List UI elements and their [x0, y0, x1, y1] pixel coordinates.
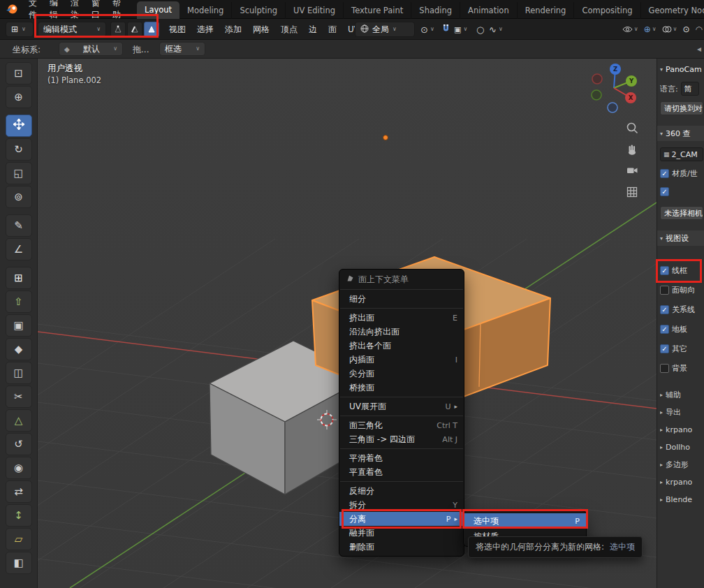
- tool-smooth[interactable]: ◉: [6, 457, 32, 479]
- pivot-point-dropdown[interactable]: ⊙ ∨: [420, 22, 434, 37]
- context-item-poke-faces[interactable]: 尖分面: [339, 367, 464, 381]
- check-wireframe[interactable]: ✓ 线框: [660, 263, 704, 278]
- tool-annotate[interactable]: ✎: [6, 214, 32, 237]
- context-item-inset-faces[interactable]: 内插面 I: [339, 353, 464, 367]
- transform-orientation-dropdown[interactable]: 全局 ∨: [355, 22, 415, 37]
- proportional-falloff-dropdown[interactable]: ∿ ∨: [489, 22, 503, 37]
- proportional-editing-toggle[interactable]: ○: [476, 22, 484, 37]
- snap-toggle[interactable]: [441, 22, 450, 37]
- section-krpano-1[interactable]: ▸ krpano: [660, 422, 704, 437]
- checkbox-material-world[interactable]: ✓: [660, 169, 669, 178]
- tool-edge-slide[interactable]: ⇄: [6, 480, 32, 503]
- context-item-triangulate[interactable]: 面三角化 Ctrl T: [339, 418, 464, 432]
- tool-inset-faces[interactable]: ▣: [6, 314, 32, 337]
- tab-shading[interactable]: Shading: [411, 2, 460, 19]
- visibility-dropdown[interactable]: ∨: [622, 23, 638, 36]
- check-face-orientation[interactable]: 面朝向: [660, 282, 704, 297]
- tool-poly-build[interactable]: △: [6, 409, 32, 432]
- menu-add[interactable]: 添加: [219, 19, 247, 40]
- orthographic-toggle-button[interactable]: [623, 183, 641, 201]
- check-floor[interactable]: ✓ 地板: [660, 321, 704, 337]
- tool-extrude-region[interactable]: ⇧: [6, 291, 32, 313]
- context-item-extrude-individual[interactable]: 挤出各个面: [339, 339, 464, 353]
- tab-modeling[interactable]: Modeling: [179, 2, 232, 19]
- panel-header-panocam[interactable]: ▾ PanoCam: [660, 61, 704, 77]
- context-item-extrude-faces[interactable]: 挤出面 E: [339, 311, 464, 325]
- context-item-subdivide[interactable]: 细分: [339, 292, 464, 306]
- unlabeled-check[interactable]: ✓: [660, 184, 704, 199]
- context-item-shade-smooth[interactable]: 平滑着色: [339, 451, 464, 465]
- context-item-shade-flat[interactable]: 平直着色: [339, 465, 464, 479]
- tool-shrink-fatten[interactable]: ↕: [6, 504, 32, 527]
- camera-dropdown[interactable]: ▦ 2_CAM: [660, 147, 703, 161]
- context-item-delete-faces[interactable]: 删除面: [339, 540, 464, 554]
- menu-face[interactable]: 面: [323, 19, 342, 40]
- section-export[interactable]: ▸ 导出: [660, 404, 704, 420]
- shading-material-button[interactable]: ◠: [696, 24, 703, 34]
- language-dropdown[interactable]: 简: [681, 82, 699, 96]
- tool-knife[interactable]: ✂: [6, 385, 32, 408]
- context-item-bridge-faces[interactable]: 桥接面: [339, 381, 464, 395]
- tool-rip-region[interactable]: ◧: [6, 552, 32, 574]
- menu-render[interactable]: 渲染: [64, 0, 85, 19]
- material-world-check[interactable]: ✓ 材质/世: [660, 166, 704, 181]
- section-view-settings[interactable]: ▾ 视图设: [657, 230, 704, 246]
- tab-texture-paint[interactable]: Texture Paint: [344, 2, 411, 19]
- tab-compositing[interactable]: Compositing: [574, 2, 640, 19]
- context-item-uv-unwrap[interactable]: UV展开面 U ▸: [339, 399, 464, 413]
- tab-uv-editing[interactable]: UV Editing: [286, 2, 344, 19]
- context-item-extrude-along-normals[interactable]: 沿法向挤出面: [339, 325, 464, 339]
- preset-dropdown[interactable]: ◆ 默认 ∨: [59, 42, 123, 56]
- menu-select[interactable]: 选择: [191, 19, 219, 40]
- no-camera-button[interactable]: 未选择相机: [660, 206, 703, 220]
- checkbox-unlabeled[interactable]: ✓: [660, 187, 669, 196]
- menu-view[interactable]: 视图: [163, 19, 191, 40]
- menu-edit[interactable]: 编辑: [43, 0, 64, 19]
- tab-geometry-nodes[interactable]: Geometry Nodes: [641, 2, 704, 19]
- tab-animation[interactable]: Animation: [460, 2, 518, 19]
- menu-mesh[interactable]: 网格: [247, 19, 275, 40]
- mode-dropdown[interactable]: 编辑模式 ∨: [38, 22, 106, 37]
- tab-rendering[interactable]: Rendering: [518, 2, 575, 19]
- face-select-button[interactable]: [144, 22, 159, 37]
- section-360[interactable]: ▾ 360 查: [657, 126, 704, 141]
- tool-shear[interactable]: ▱: [6, 528, 32, 550]
- check-relationship-lines[interactable]: ✓ 关系线: [660, 302, 704, 317]
- menu-help[interactable]: 帮助: [106, 0, 127, 19]
- edge-select-button[interactable]: [127, 22, 142, 37]
- pan-hand-button[interactable]: [623, 140, 641, 159]
- tool-select-box[interactable]: ⊡: [6, 62, 32, 84]
- camera-view-button[interactable]: [623, 161, 641, 179]
- checkbox-wireframe[interactable]: ✓: [660, 266, 669, 275]
- tool-bevel[interactable]: ◆: [6, 338, 32, 360]
- sidebar-toggle-icon[interactable]: ◂: [697, 44, 701, 54]
- section-dollhouse[interactable]: ▸ Dollho: [660, 439, 704, 455]
- checkbox-relationship-lines[interactable]: ✓: [660, 305, 669, 314]
- tool-spin[interactable]: ↺: [6, 433, 32, 455]
- check-background[interactable]: 背景: [660, 360, 704, 376]
- section-krpano-2[interactable]: ▸ krpano: [660, 474, 704, 490]
- vertex-select-button[interactable]: [110, 22, 126, 37]
- select-mode-dropdown[interactable]: 框选 ∨: [159, 42, 205, 56]
- menu-file[interactable]: 文件: [22, 0, 43, 19]
- snap-settings-dropdown[interactable]: ▣ ∨: [454, 22, 467, 37]
- checkbox-other[interactable]: ✓: [660, 344, 669, 353]
- tool-transform[interactable]: ⊚: [6, 186, 32, 208]
- switch-object-button[interactable]: 请切换到对: [660, 101, 703, 115]
- tool-cursor[interactable]: ⊕: [6, 86, 32, 108]
- tool-loop-cut[interactable]: ◫: [6, 362, 32, 384]
- zoom-button[interactable]: [623, 119, 641, 137]
- tab-sculpting[interactable]: Sculpting: [232, 2, 286, 19]
- menu-vertex[interactable]: 顶点: [275, 19, 303, 40]
- check-other[interactable]: ✓ 其它: [660, 341, 704, 356]
- checkbox-floor[interactable]: ✓: [660, 325, 669, 334]
- overlays-dropdown[interactable]: ∨: [662, 23, 677, 36]
- context-item-split[interactable]: 拆分 Y: [339, 498, 464, 512]
- tool-add-cube[interactable]: ⊞: [6, 267, 32, 289]
- section-polygon[interactable]: ▸ 多边形: [660, 457, 704, 472]
- menu-window[interactable]: 窗口: [85, 0, 106, 19]
- blender-logo-icon[interactable]: [6, 3, 18, 15]
- tool-move[interactable]: [6, 115, 32, 137]
- menu-edge[interactable]: 边: [303, 19, 323, 40]
- gizmos-dropdown[interactable]: ⊕ ∨: [644, 24, 657, 34]
